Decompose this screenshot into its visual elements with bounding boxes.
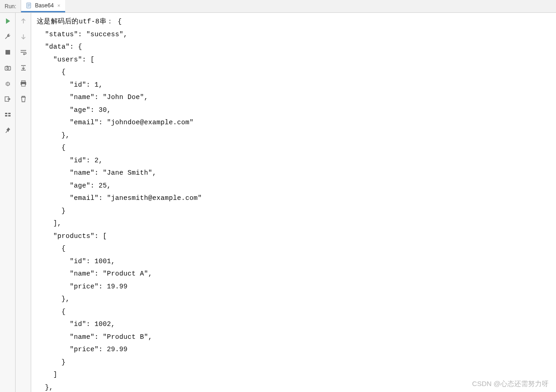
svg-rect-4 (6, 50, 10, 55)
wrench-icon[interactable] (2, 31, 13, 42)
trash-icon[interactable] (18, 94, 29, 105)
svg-rect-5 (5, 66, 11, 70)
print-icon[interactable] (18, 78, 29, 89)
up-arrow-icon (18, 16, 29, 27)
svg-rect-18 (8, 115, 11, 116)
tab-label: Base64 (35, 2, 54, 9)
layout-icon[interactable] (2, 109, 13, 120)
svg-point-6 (7, 67, 9, 69)
file-icon (26, 2, 32, 9)
svg-rect-7 (6, 66, 8, 67)
left-toolbar (0, 13, 16, 392)
svg-rect-16 (8, 113, 11, 114)
bug-icon[interactable] (2, 78, 13, 89)
soft-wrap-icon[interactable] (18, 47, 29, 58)
console-toolbar (16, 13, 31, 392)
run-tab[interactable]: Base64 × (21, 0, 65, 12)
svg-rect-15 (5, 113, 7, 114)
run-tool-window-header: Run: Base64 × (0, 0, 556, 13)
down-arrow-icon (18, 31, 29, 42)
console-text: 这是解码后的utf-8串： { "status": "success", "da… (37, 16, 550, 392)
console-output[interactable]: 这是解码后的utf-8串： { "status": "success", "da… (31, 13, 556, 392)
exit-icon[interactable] (2, 94, 13, 105)
stop-button[interactable] (2, 47, 13, 58)
run-button[interactable] (2, 16, 13, 27)
run-label: Run: (0, 0, 21, 12)
camera-icon[interactable] (2, 62, 13, 73)
svg-rect-17 (5, 115, 7, 116)
pin-icon[interactable] (2, 125, 13, 136)
close-icon[interactable]: × (57, 3, 60, 8)
svg-rect-21 (22, 84, 25, 86)
scroll-to-end-icon[interactable] (18, 62, 29, 73)
svg-rect-19 (22, 81, 25, 82)
